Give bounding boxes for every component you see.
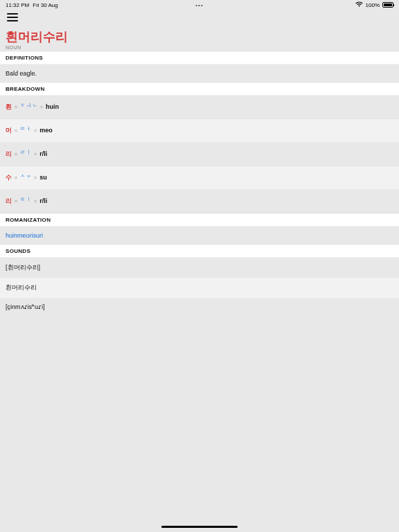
equals-sign: = [15,175,17,180]
breakdown-jamo: ㄹ ㅣ [20,196,31,203]
section-romanization: ROMANIZATION [0,213,399,227]
section-sounds: SOUNDS [0,245,399,258]
breakdown-jamo: ㄹ ㅣ [20,149,31,156]
breakdown-syllable: 흰 [6,103,12,112]
equals-sign: = [34,128,37,133]
breakdown-syllable: 리 [6,150,12,159]
breakdown-jamo: ㅁ ㅓ [20,125,31,132]
entry-word: 흰머리수리 [6,30,393,44]
sound-row[interactable]: 흰머리수리 [0,278,399,298]
breakdown-jamo: ㅎ ㅢ ㄴ [20,102,37,109]
section-definitions: DEFINITIONS [0,51,399,64]
equals-sign: = [15,199,17,204]
menu-icon[interactable] [7,13,18,21]
romanization-value[interactable]: huinmeorisuri [0,227,399,245]
status-bar: 11:32 PM Fri 30 Aug ••• 100% [0,0,399,10]
sound-row[interactable]: [çinmʌɾisʰuɾi] [0,298,399,316]
breakdown-roman: r/li [39,197,47,204]
wifi-icon [355,1,363,8]
equals-sign: = [34,152,37,157]
breakdown-row: 머=ㅁ ㅓ=meo [0,119,399,143]
breakdown-roman: su [39,174,47,181]
status-date: Fri 30 Aug [33,2,57,8]
entry-header: 흰머리수리 NOUN [0,25,399,51]
breakdown-roman: r/li [39,150,47,157]
breakdown-row: 수=ㅅ ㅜ=su [0,166,399,190]
battery-percent: 100% [366,2,380,8]
breakdown-row: 리=ㄹ ㅣ=r/li [0,190,399,213]
entry-pos: NOUN [6,45,393,50]
equals-sign: = [34,199,37,204]
battery-icon [382,2,393,8]
equals-sign: = [40,105,43,109]
breakdown-jamo: ㅅ ㅜ [20,172,31,179]
breakdown-syllable: 리 [6,197,12,206]
top-bar [0,10,399,25]
status-time: 11:32 PM [6,2,29,8]
breakdown-roman: meo [39,127,53,134]
definition-row: Bald eagle. [0,64,399,82]
equals-sign: = [15,105,17,109]
breakdown-row: 리=ㄹ ㅣ=r/li [0,143,399,166]
breakdown-roman: huin [46,103,59,110]
sound-row[interactable]: [흰머리수리] [0,258,399,278]
breakdown-syllable: 머 [6,126,12,135]
home-indicator [161,526,238,528]
breakdown-row: 흰=ㅎ ㅢ ㄴ=huin [0,96,399,119]
equals-sign: = [34,175,37,180]
equals-sign: = [15,128,17,133]
status-dots: ••• [195,2,203,8]
section-breakdown: BREAKDOWN [0,82,399,96]
breakdown-syllable: 수 [6,173,12,182]
equals-sign: = [15,152,17,157]
